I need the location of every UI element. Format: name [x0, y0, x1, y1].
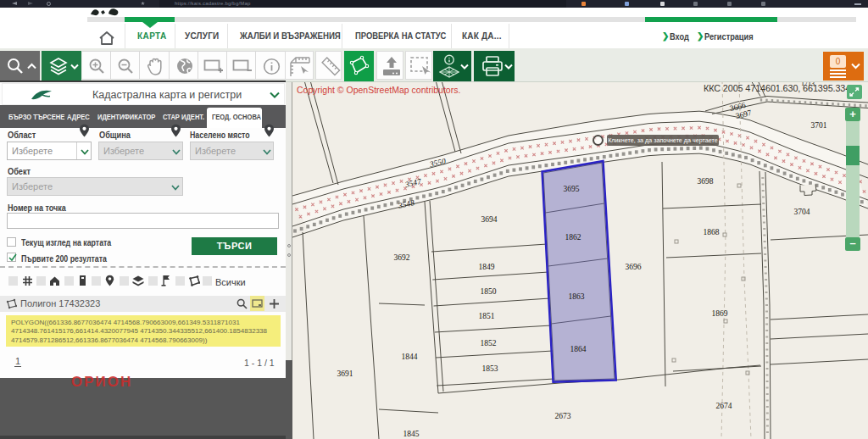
svg-text:1851: 1851	[479, 312, 495, 320]
svg-text:1850: 1850	[481, 287, 497, 296]
svg-text:3704: 3704	[794, 208, 810, 216]
svg-text:1869: 1869	[712, 309, 728, 318]
svg-text:3696: 3696	[626, 263, 642, 271]
svg-text:1849: 1849	[479, 263, 495, 271]
svg-text:1852: 1852	[481, 339, 497, 347]
svg-text:2673: 2673	[555, 412, 571, 420]
svg-text:3694: 3694	[481, 215, 498, 224]
svg-text:1862: 1862	[565, 233, 581, 242]
svg-text:3692: 3692	[394, 253, 410, 262]
svg-text:3695: 3695	[564, 185, 580, 193]
svg-text:1864: 1864	[570, 345, 587, 353]
svg-text:1868: 1868	[704, 228, 720, 236]
svg-text:1853: 1853	[482, 364, 498, 373]
svg-text:1863: 1863	[569, 292, 585, 301]
svg-text:1845: 1845	[403, 430, 420, 438]
svg-text:3701: 3701	[811, 121, 827, 130]
svg-text:3691: 3691	[337, 370, 353, 378]
svg-text:1844: 1844	[402, 353, 418, 361]
svg-text:3698: 3698	[698, 177, 714, 186]
svg-text:2674: 2674	[716, 402, 732, 410]
